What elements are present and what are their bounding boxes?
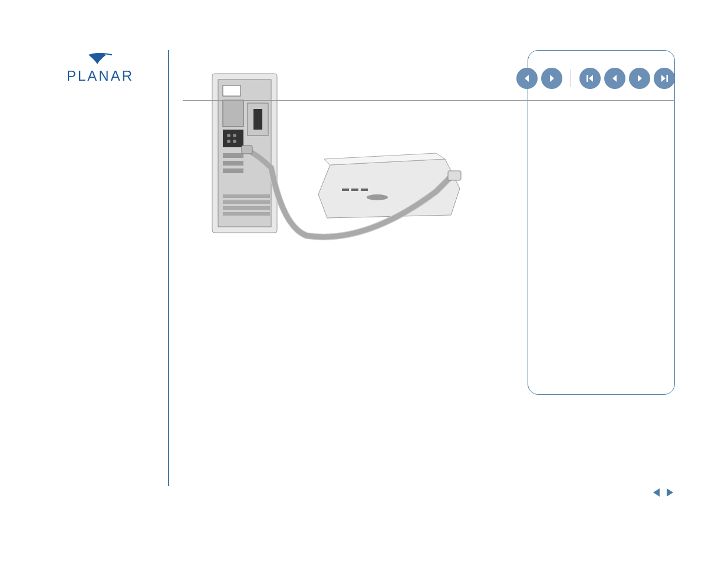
svg-rect-5 <box>223 130 243 147</box>
nav-forward-button[interactable] <box>541 68 562 89</box>
svg-rect-16 <box>223 200 270 204</box>
svg-rect-17 <box>223 206 270 210</box>
info-callout <box>528 50 675 395</box>
svg-rect-21 <box>351 189 358 191</box>
nav-last-button[interactable] <box>654 68 675 89</box>
svg-rect-18 <box>223 212 270 216</box>
nav-back-button[interactable] <box>516 68 538 89</box>
vertical-divider <box>168 50 169 486</box>
svg-point-7 <box>233 134 236 137</box>
svg-point-8 <box>227 140 230 143</box>
svg-text:PLANAR: PLANAR <box>67 68 134 84</box>
svg-rect-22 <box>361 189 368 191</box>
nav-prev-button[interactable] <box>604 68 625 89</box>
top-nav-buttons <box>516 68 675 89</box>
svg-point-6 <box>227 134 230 137</box>
svg-rect-26 <box>667 75 668 82</box>
footer-next-button[interactable] <box>666 487 675 500</box>
footer-prev-button[interactable] <box>651 487 661 500</box>
brand-logo: PLANAR <box>53 50 171 91</box>
nav-next-button[interactable] <box>629 68 650 89</box>
svg-rect-20 <box>342 189 349 191</box>
svg-point-19 <box>367 194 388 200</box>
svg-rect-3 <box>223 85 241 96</box>
nav-separator <box>571 70 571 87</box>
svg-rect-14 <box>223 168 243 173</box>
title-rule <box>183 100 675 101</box>
svg-rect-15 <box>223 194 270 198</box>
svg-rect-23 <box>448 171 461 180</box>
sidebar: PLANAR <box>53 50 171 395</box>
nav-first-button[interactable] <box>579 68 601 89</box>
svg-rect-4 <box>223 100 243 127</box>
svg-rect-25 <box>587 75 588 82</box>
connection-illustration <box>189 62 516 247</box>
svg-point-9 <box>233 140 236 143</box>
svg-rect-11 <box>253 109 262 130</box>
main-content <box>189 50 528 395</box>
footer <box>183 487 675 500</box>
svg-rect-12 <box>223 153 243 158</box>
svg-rect-24 <box>242 146 252 154</box>
svg-rect-13 <box>223 161 243 166</box>
